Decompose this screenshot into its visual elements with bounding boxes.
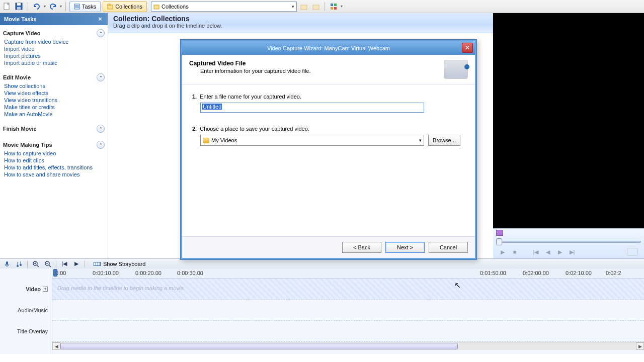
monitor-icon[interactable] [496, 230, 503, 236]
svg-rect-28 [94, 262, 96, 265]
close-icon[interactable]: ✕ [462, 43, 473, 53]
cancel-button[interactable]: Cancel [429, 242, 468, 253]
sidebar-section: Edit Movie⌃Show collectionsView video ef… [0, 69, 108, 121]
filename-value: Untitled [202, 104, 222, 110]
scroll-right-icon[interactable]: ▶ [636, 342, 644, 350]
ruler-tick: 0:01:50.00 [480, 270, 506, 276]
stop-icon[interactable]: ■ [511, 248, 518, 255]
ruler-tick: 0:02:2 [606, 270, 621, 276]
svg-rect-29 [96, 262, 98, 265]
back-button[interactable]: < Back [342, 242, 381, 253]
rewind-icon[interactable]: |◀ [60, 260, 68, 268]
skip-back-icon[interactable]: |◀ [532, 248, 539, 255]
new-project-icon[interactable] [2, 2, 12, 12]
collections-tab[interactable]: Collections [103, 1, 147, 12]
video-track[interactable]: Drag media to the timeline to begin maki… [52, 279, 644, 300]
sidebar-link[interactable]: Show collections [0, 82, 108, 89]
timeline-toolbar: |◀ ▶ Show Storyboard [0, 258, 644, 268]
chevron-up-icon[interactable]: ⌃ [97, 141, 105, 149]
play-icon[interactable]: ▶ [499, 248, 506, 255]
video-capture-wizard-dialog: Video Capture Wizard: ManyCam Virtual We… [180, 39, 477, 260]
sidebar-link[interactable]: How to edit clips [0, 157, 108, 164]
svg-rect-6 [108, 4, 110, 6]
split-clip-icon[interactable] [627, 248, 638, 256]
new-folder-icon[interactable] [311, 2, 321, 12]
sidebar-link[interactable]: Import pictures [0, 52, 108, 59]
timeline: Video + Audio/Music Title Overlay 0.000:… [0, 268, 644, 354]
audio-levels-icon[interactable] [15, 260, 23, 268]
seek-bar[interactable] [496, 237, 641, 246]
sidebar-section: Finish Movie⌃ [0, 121, 108, 137]
svg-rect-14 [6, 261, 8, 265]
title-track-label: Title Overlay [0, 321, 52, 342]
close-icon[interactable]: × [97, 16, 104, 23]
show-storyboard-button[interactable]: Show Storyboard [89, 260, 150, 268]
sidebar-link[interactable]: Capture from video device [0, 38, 108, 45]
sidebar-section: Movie Making Tips⌃How to capture videoHo… [0, 137, 108, 181]
audio-track[interactable] [52, 300, 644, 321]
view-options-icon[interactable] [329, 2, 339, 12]
step-1: 1.Enter a file name for your captured vi… [192, 94, 465, 100]
redo-icon[interactable] [48, 2, 58, 12]
timeline-ruler[interactable]: 0.000:00:10.000:00:20.000:00:30.000:01:5… [52, 268, 644, 279]
dialog-subheading: Enter information for your captured vide… [189, 67, 311, 74]
dialog-titlebar[interactable]: Video Capture Wizard: ManyCam Virtual We… [181, 40, 476, 55]
tasks-tab-label: Tasks [82, 4, 96, 10]
folder-up-icon[interactable] [299, 2, 309, 12]
scroll-left-icon[interactable]: ◀ [52, 342, 60, 350]
collection-subtitle: Drag a clip and drop it on the timeline … [113, 23, 488, 29]
scroll-thumb[interactable] [60, 343, 458, 349]
browse-button[interactable]: Browse... [428, 135, 460, 146]
expand-icon[interactable]: + [43, 287, 48, 292]
collection-title: Collection: Collections [113, 15, 488, 23]
zoom-out-icon[interactable] [44, 260, 52, 268]
collections-dropdown[interactable]: Collections [151, 2, 297, 12]
undo-icon[interactable] [32, 2, 42, 12]
save-icon[interactable] [14, 2, 24, 12]
horizontal-scrollbar[interactable]: ◀ ▶ [52, 342, 644, 350]
ruler-tick: 0:02:00.00 [523, 270, 549, 276]
sidebar-section: Capture Video⌃Capture from video deviceI… [0, 25, 108, 69]
sidebar-header: Movie Tasks × [0, 13, 108, 25]
sidebar-link[interactable]: View video effects [0, 89, 108, 97]
sidebar-link[interactable]: Import video [0, 45, 108, 52]
narrate-icon[interactable] [3, 260, 11, 268]
sidebar-link[interactable]: How to add titles, effects, transitions [0, 164, 108, 171]
chevron-up-icon[interactable]: ⌃ [97, 125, 105, 133]
svg-rect-12 [331, 7, 333, 10]
svg-rect-11 [334, 4, 337, 6]
step-back-icon[interactable]: ◀ [544, 248, 551, 255]
sidebar-link[interactable]: How to save and share movies [0, 171, 108, 178]
ruler-tick: 0.00 [55, 270, 66, 276]
seek-handle[interactable] [496, 238, 502, 245]
sidebar-link[interactable]: How to capture video [0, 150, 108, 157]
dialog-heading: Captured Video File [189, 60, 311, 67]
dialog-header: Captured Video File Enter information fo… [182, 55, 475, 84]
tasks-tab[interactable]: Tasks [69, 1, 101, 12]
next-button[interactable]: Next > [385, 242, 425, 253]
section-title: Movie Making Tips⌃ [0, 140, 108, 150]
save-location-dropdown[interactable]: My Videos [200, 135, 424, 146]
svg-rect-9 [313, 5, 319, 10]
skip-fwd-icon[interactable]: ▶| [569, 248, 576, 255]
preview-video-area [493, 13, 644, 228]
sidebar-link[interactable]: Import audio or music [0, 59, 108, 66]
play-timeline-icon[interactable]: ▶ [72, 260, 80, 268]
step-fwd-icon[interactable]: ▶ [556, 248, 564, 255]
svg-rect-13 [334, 7, 337, 10]
sidebar-link[interactable]: View video transitions [0, 97, 108, 104]
sidebar-link[interactable]: Make titles or credits [0, 104, 108, 111]
audio-track-label: Audio/Music [0, 300, 52, 321]
filename-input[interactable]: Untitled [200, 103, 424, 113]
svg-rect-2 [17, 3, 21, 6]
svg-rect-30 [98, 262, 100, 265]
main-toolbar: ▾ ▾ Tasks Collections Collections ▾ [0, 0, 644, 13]
ruler-tick: 0:00:10.00 [93, 270, 119, 276]
timeline-hint: Drag media to the timeline to begin maki… [52, 279, 644, 298]
sidebar-link[interactable]: Make an AutoMovie [0, 111, 108, 118]
zoom-in-icon[interactable] [32, 260, 40, 268]
chevron-up-icon[interactable]: ⌃ [97, 73, 105, 81]
section-title: Capture Video⌃ [0, 28, 108, 38]
title-track[interactable] [52, 321, 644, 342]
chevron-up-icon[interactable]: ⌃ [97, 29, 105, 37]
